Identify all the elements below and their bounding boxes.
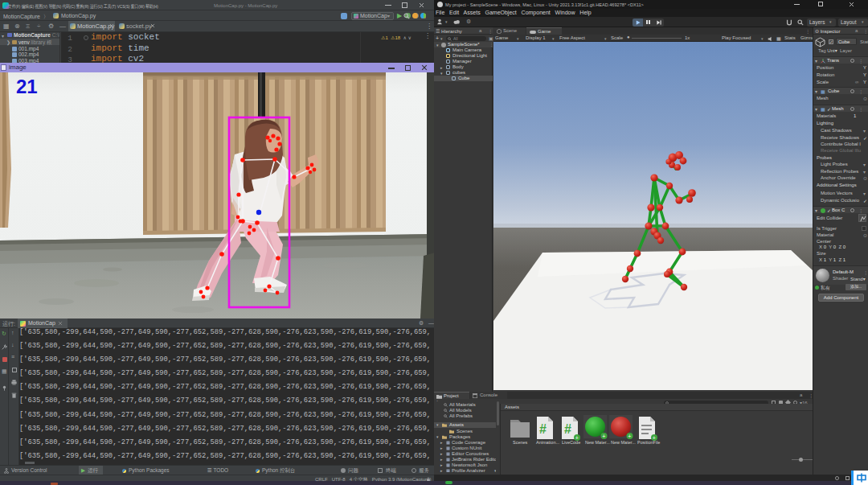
svg-text:#: #	[539, 422, 547, 436]
svg-text:+: +	[602, 434, 605, 439]
svg-text:+: +	[628, 434, 631, 439]
svg-text:21: 21	[16, 76, 38, 97]
svg-text:#: #	[564, 422, 571, 436]
